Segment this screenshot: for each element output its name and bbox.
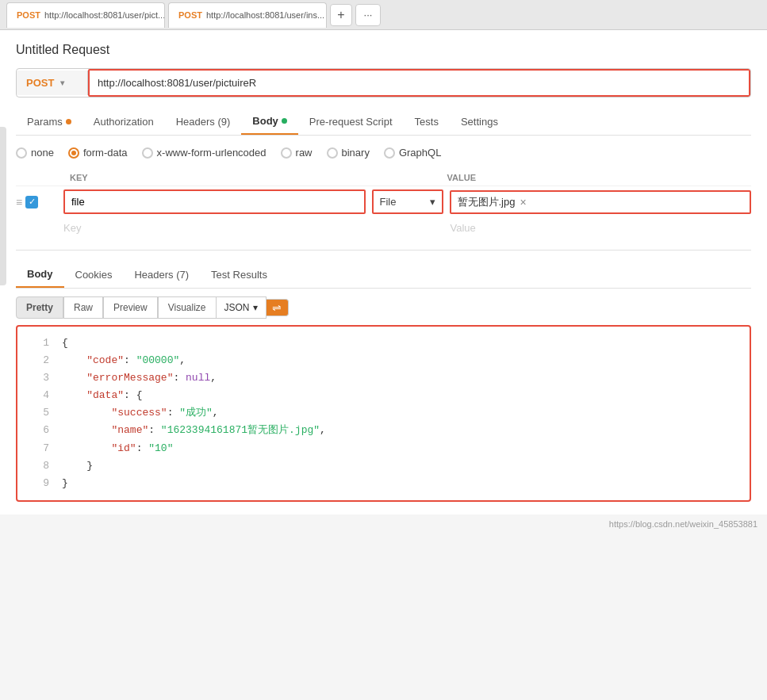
tab-pre-request-label: Pre-request Script [309, 116, 393, 128]
body-type-row: none form-data x-www-form-urlencoded raw… [16, 147, 751, 159]
format-type-dropdown[interactable]: JSON ▾ [217, 296, 267, 319]
col-value-header: VALUE [447, 173, 746, 182]
radio-none[interactable]: none [16, 147, 54, 159]
json-line-2: 2 "code": "00000", [30, 352, 737, 369]
json-line-1: 1 { [30, 335, 737, 352]
key-input-wrapper [63, 189, 366, 214]
method-select[interactable]: POST ▾ [17, 71, 88, 95]
tab-1[interactable]: POST http://localhost:8081/user/pict... [6, 2, 165, 28]
response-tab-cookies[interactable]: Cookies [64, 262, 124, 287]
radio-none-label: none [31, 147, 54, 159]
empty-value-placeholder[interactable]: Value [451, 222, 752, 234]
response-tab-body[interactable]: Body [16, 262, 64, 288]
format-tab-preview[interactable]: Preview [103, 296, 158, 319]
type-select[interactable]: File ▾ [374, 191, 442, 212]
tab-bar: POST http://localhost:8081/user/pict... … [0, 0, 767, 30]
line-num-4: 4 [30, 387, 49, 404]
radio-urlencoded[interactable]: x-www-form-urlencoded [142, 147, 267, 159]
radio-form-data-label: form-data [83, 147, 128, 159]
format-tab-raw[interactable]: Raw [63, 296, 103, 319]
key-input[interactable] [65, 191, 364, 212]
row-handle: ≡ ✓ [16, 196, 63, 208]
tab-1-method: POST [17, 10, 40, 20]
tab-params[interactable]: Params [16, 109, 82, 134]
tab-headers[interactable]: Headers (9) [165, 109, 242, 134]
new-tab-button[interactable]: + [330, 4, 352, 26]
value-remove-icon[interactable]: × [520, 196, 526, 208]
response-tab-headers[interactable]: Headers (7) [123, 262, 200, 287]
empty-key-placeholder[interactable]: Key [63, 222, 365, 234]
radio-raw[interactable]: raw [281, 147, 313, 159]
json-line-4: 4 "data": { [30, 387, 737, 404]
value-text: 暂无图片.jpg [458, 195, 516, 209]
tab-settings-label: Settings [461, 116, 498, 128]
request-title: Untitled Request [16, 43, 751, 57]
tab-2-url: http://localhost:8081/user/ins... [206, 10, 324, 20]
nav-tabs: Params Authorization Headers (9) Body Pr… [16, 109, 751, 136]
tab-tests-label: Tests [415, 116, 439, 128]
line-num-5: 5 [30, 404, 49, 422]
url-input-wrapper [88, 69, 750, 97]
wrap-icon[interactable]: ⇌ [267, 299, 289, 316]
response-tab-test-results[interactable]: Test Results [200, 262, 278, 287]
tab-settings[interactable]: Settings [450, 109, 509, 134]
radio-urlencoded-circle [142, 147, 153, 159]
json-line-5: 5 "success": "成功", [30, 404, 737, 422]
format-raw-label: Raw [74, 302, 93, 313]
tab-authorization[interactable]: Authorization [82, 109, 165, 134]
format-visualize-label: Visualize [168, 302, 206, 313]
format-type-label: JSON [224, 302, 250, 313]
format-tabs: Pretty Raw Preview Visualize JSON ▾ ⇌ [16, 296, 751, 319]
more-tabs-button[interactable]: ··· [355, 4, 381, 26]
tab-body[interactable]: Body [241, 109, 298, 135]
form-table-header: KEY VALUE [16, 170, 751, 186]
hamburger-icon[interactable]: ≡ [16, 196, 22, 208]
tab-pre-request-script[interactable]: Pre-request Script [298, 109, 404, 134]
tab-tests[interactable]: Tests [404, 109, 450, 134]
watermark: https://blog.csdn.net/weixin_45853881 [0, 514, 767, 534]
tab-authorization-label: Authorization [94, 116, 154, 128]
format-type-chevron-icon: ▾ [253, 302, 258, 313]
value-wrapper: 暂无图片.jpg × [450, 190, 752, 214]
line-num-8: 8 [30, 457, 49, 475]
radio-raw-label: raw [296, 147, 313, 159]
radio-graphql-circle [384, 147, 395, 159]
url-input[interactable] [90, 71, 749, 95]
radio-graphql-label: GraphQL [399, 147, 441, 159]
form-row-0: ≡ ✓ File ▾ 暂无图片.jpg × [16, 186, 751, 217]
line-num-7: 7 [30, 440, 49, 457]
tab-body-label: Body [252, 115, 278, 127]
response-tab-body-label: Body [27, 268, 53, 280]
method-chevron-icon: ▾ [60, 78, 64, 87]
json-line-6: 6 "name": "1623394161871暂无图片.jpg", [30, 422, 737, 439]
response-tabs: Body Cookies Headers (7) Test Results [16, 262, 751, 289]
type-select-wrapper: File ▾ [372, 189, 443, 214]
radio-form-data[interactable]: form-data [68, 147, 128, 159]
format-tab-visualize[interactable]: Visualize [158, 296, 217, 319]
tab-2[interactable]: POST http://localhost:8081/user/ins... [168, 2, 327, 28]
json-line-9: 9 } [30, 475, 737, 492]
empty-row: Key Value [16, 217, 751, 239]
json-response-block: 1 { 2 "code": "00000", 3 "errorMessage":… [16, 325, 751, 502]
tab-params-label: Params [27, 116, 63, 128]
radio-binary-circle [327, 147, 338, 159]
radio-binary-label: binary [342, 147, 370, 159]
format-tab-pretty[interactable]: Pretty [16, 296, 63, 319]
line-num-1: 1 [30, 335, 49, 352]
main-content: Untitled Request POST ▾ Params Authoriza… [0, 30, 767, 514]
row-checkbox[interactable]: ✓ [25, 196, 38, 208]
line-num-3: 3 [30, 369, 49, 387]
response-tab-headers-label: Headers (7) [134, 269, 189, 281]
radio-binary[interactable]: binary [327, 147, 370, 159]
params-dot [66, 119, 71, 124]
section-divider [16, 250, 751, 251]
radio-graphql[interactable]: GraphQL [384, 147, 441, 159]
json-line-8: 8 } [30, 457, 737, 475]
type-chevron-icon: ▾ [430, 196, 435, 208]
response-tab-cookies-label: Cookies [75, 269, 113, 281]
format-preview-label: Preview [113, 302, 148, 313]
watermark-text: https://blog.csdn.net/weixin_45853881 [609, 519, 757, 529]
json-line-3: 3 "errorMessage": null, [30, 369, 737, 387]
radio-none-circle [16, 147, 27, 159]
url-bar: POST ▾ [16, 68, 751, 98]
